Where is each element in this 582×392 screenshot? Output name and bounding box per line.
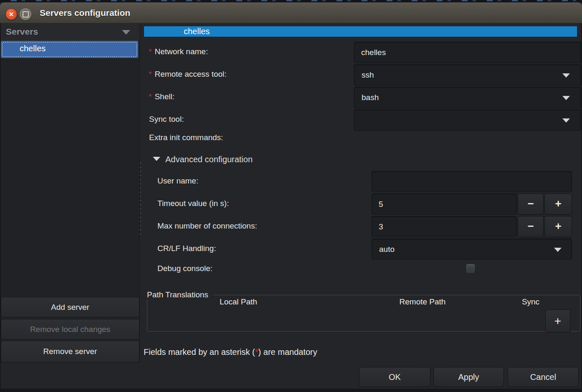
servers-configuration-dialog: ✕ Servers configuration Servers chelles … xyxy=(0,0,582,392)
debug-console-label: Debug console: xyxy=(157,264,213,273)
ok-button[interactable]: OK xyxy=(359,367,430,387)
shell-label: *Shell: xyxy=(149,92,175,101)
required-asterisk: * xyxy=(149,92,152,101)
max-connections-label: Max number of connections: xyxy=(157,221,257,231)
user-name-label: User name: xyxy=(157,176,198,186)
window-title: Servers configuration xyxy=(40,3,130,23)
splitter-handle[interactable] xyxy=(140,163,141,238)
add-path-translation-button[interactable]: + xyxy=(545,309,570,332)
max-connections-decrement-button[interactable]: − xyxy=(518,216,544,237)
window-bottom-edge xyxy=(0,389,582,392)
close-icon: ✕ xyxy=(9,11,14,18)
sync-tool-label: Sync tool: xyxy=(149,115,184,124)
sync-tool-select[interactable] xyxy=(354,109,581,131)
remote-access-tool-select[interactable]: ssh xyxy=(354,64,581,86)
crlf-handling-label: CR/LF Handling: xyxy=(157,244,216,253)
remove-local-changes-button[interactable]: Remove local changes xyxy=(1,319,139,339)
maximize-icon xyxy=(23,11,29,18)
max-connections-increment-button[interactable]: + xyxy=(544,216,572,237)
expander-arrow-icon xyxy=(153,157,160,161)
required-asterisk: * xyxy=(149,70,152,78)
path-translations-title: Path Translations xyxy=(147,290,213,299)
remove-server-button[interactable]: Remove server xyxy=(1,341,139,362)
required-asterisk: * xyxy=(255,347,258,357)
timeout-label: Timeout value (in s): xyxy=(157,199,229,208)
remote-access-tool-label: *Remote access tool: xyxy=(149,70,227,79)
chevron-down-icon xyxy=(562,73,570,78)
max-connections-input[interactable] xyxy=(372,216,517,237)
timeout-input[interactable] xyxy=(372,193,517,215)
shell-select[interactable]: bash xyxy=(354,87,581,108)
maximize-button[interactable] xyxy=(20,8,31,20)
timeout-decrement-button[interactable]: − xyxy=(518,193,544,215)
required-asterisk: * xyxy=(149,47,152,56)
server-section-header: chelles xyxy=(144,26,577,37)
timeout-increment-button[interactable]: + xyxy=(544,193,572,215)
titlebar[interactable]: ✕ Servers configuration xyxy=(0,3,582,23)
chevron-down-icon xyxy=(562,118,570,123)
server-section-title: chelles xyxy=(184,26,210,37)
cancel-button[interactable]: Cancel xyxy=(508,367,579,387)
advanced-configuration-expander[interactable]: Advanced configuration xyxy=(153,155,253,164)
server-item-label: chelles xyxy=(20,44,46,53)
close-button[interactable]: ✕ xyxy=(5,8,17,20)
apply-button[interactable]: Apply xyxy=(433,367,504,387)
servers-header-label: Servers xyxy=(6,27,38,37)
sort-indicator-icon[interactable] xyxy=(122,30,130,35)
column-header-local-path: Local Path xyxy=(220,297,257,307)
servers-tree-header[interactable]: Servers xyxy=(1,23,139,41)
column-header-remote-path: Remote Path xyxy=(400,297,446,307)
mandatory-fields-note: Fields marked by an asterisk (*) are man… xyxy=(144,347,317,357)
path-translations-group: Path Translations xyxy=(147,295,580,332)
server-list-item-chelles[interactable]: chelles xyxy=(1,41,138,58)
servers-sidebar: Servers chelles Add server Remove local … xyxy=(1,23,139,363)
extra-init-commands-label: Extra init commands: xyxy=(149,133,223,142)
add-server-button[interactable]: Add server xyxy=(1,297,139,317)
crlf-handling-select[interactable]: auto xyxy=(372,239,572,260)
network-name-input[interactable] xyxy=(354,42,581,63)
debug-console-checkbox[interactable] xyxy=(466,264,476,274)
user-name-input[interactable] xyxy=(372,171,572,192)
column-header-sync: Sync xyxy=(522,297,539,307)
chevron-down-icon xyxy=(562,96,570,100)
chevron-down-icon xyxy=(554,248,562,252)
network-name-label: *Network name: xyxy=(149,47,208,56)
